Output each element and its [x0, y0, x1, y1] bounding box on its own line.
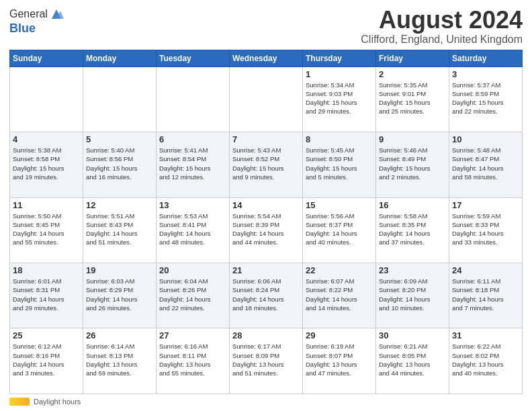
page: General Blue August 2024 Clifford, Engla… [0, 0, 532, 411]
day-number: 1 [306, 69, 373, 79]
daylight-label: Daylight hours [34, 398, 81, 406]
day-number: 20 [159, 265, 226, 275]
calendar-cell: 20Sunrise: 6:04 AM Sunset: 8:26 PM Dayli… [157, 263, 230, 328]
day-number: 21 [232, 265, 300, 275]
calendar-cell: 8Sunrise: 5:45 AM Sunset: 8:50 PM Daylig… [303, 132, 376, 197]
header: General Blue August 2024 Clifford, Engla… [9, 7, 523, 46]
week-row-4: 18Sunrise: 6:01 AM Sunset: 8:31 PM Dayli… [10, 263, 523, 328]
day-info: Sunrise: 5:37 AM Sunset: 8:59 PM Dayligh… [452, 81, 519, 116]
calendar-cell: 11Sunrise: 5:50 AM Sunset: 8:45 PM Dayli… [10, 197, 83, 263]
day-info: Sunrise: 6:06 AM Sunset: 8:24 PM Dayligh… [232, 277, 300, 312]
day-info: Sunrise: 6:16 AM Sunset: 8:11 PM Dayligh… [159, 342, 226, 377]
day-number: 5 [86, 134, 153, 144]
weekday-header-monday: Monday [83, 50, 157, 66]
day-info: Sunrise: 5:56 AM Sunset: 8:37 PM Dayligh… [306, 212, 373, 247]
day-number: 16 [379, 200, 446, 210]
day-info: Sunrise: 6:14 AM Sunset: 8:13 PM Dayligh… [86, 342, 153, 377]
calendar-cell: 26Sunrise: 6:14 AM Sunset: 8:13 PM Dayli… [83, 328, 157, 394]
day-info: Sunrise: 6:21 AM Sunset: 8:05 PM Dayligh… [379, 342, 446, 377]
calendar-cell: 14Sunrise: 5:54 AM Sunset: 8:39 PM Dayli… [230, 197, 303, 263]
calendar-cell [10, 66, 83, 132]
daylight-bar-icon [9, 398, 30, 406]
calendar-cell: 23Sunrise: 6:09 AM Sunset: 8:20 PM Dayli… [376, 263, 449, 328]
calendar-cell: 10Sunrise: 5:48 AM Sunset: 8:47 PM Dayli… [449, 132, 523, 197]
footer: Daylight hours [9, 398, 523, 406]
day-number: 9 [379, 134, 446, 144]
calendar-cell: 5Sunrise: 5:40 AM Sunset: 8:56 PM Daylig… [83, 132, 157, 197]
calendar-cell: 24Sunrise: 6:11 AM Sunset: 8:18 PM Dayli… [449, 263, 523, 328]
calendar-cell: 1Sunrise: 5:34 AM Sunset: 9:03 PM Daylig… [303, 66, 376, 132]
day-info: Sunrise: 5:46 AM Sunset: 8:49 PM Dayligh… [379, 146, 446, 181]
calendar-cell [230, 66, 303, 132]
day-info: Sunrise: 6:19 AM Sunset: 8:07 PM Dayligh… [306, 342, 373, 377]
day-info: Sunrise: 5:51 AM Sunset: 8:43 PM Dayligh… [86, 212, 153, 247]
day-info: Sunrise: 5:59 AM Sunset: 8:33 PM Dayligh… [452, 212, 519, 247]
calendar-cell: 13Sunrise: 5:53 AM Sunset: 8:41 PM Dayli… [157, 197, 230, 263]
day-number: 25 [13, 330, 80, 340]
logo: General Blue [9, 7, 64, 36]
week-row-2: 4Sunrise: 5:38 AM Sunset: 8:58 PM Daylig… [10, 132, 523, 197]
weekday-header-row: SundayMondayTuesdayWednesdayThursdayFrid… [10, 50, 523, 66]
day-info: Sunrise: 6:03 AM Sunset: 8:29 PM Dayligh… [86, 277, 153, 312]
calendar-cell: 17Sunrise: 5:59 AM Sunset: 8:33 PM Dayli… [449, 197, 523, 263]
day-number: 15 [306, 200, 373, 210]
day-info: Sunrise: 6:09 AM Sunset: 8:20 PM Dayligh… [379, 277, 446, 312]
calendar-cell: 4Sunrise: 5:38 AM Sunset: 8:58 PM Daylig… [10, 132, 83, 197]
calendar-cell: 16Sunrise: 5:58 AM Sunset: 8:35 PM Dayli… [376, 197, 449, 263]
calendar-cell: 31Sunrise: 6:22 AM Sunset: 8:02 PM Dayli… [449, 328, 523, 394]
week-row-1: 1Sunrise: 5:34 AM Sunset: 9:03 PM Daylig… [10, 66, 523, 132]
day-info: Sunrise: 6:04 AM Sunset: 8:26 PM Dayligh… [159, 277, 226, 312]
day-number: 29 [306, 330, 373, 340]
day-number: 23 [379, 265, 446, 275]
day-info: Sunrise: 5:58 AM Sunset: 8:35 PM Dayligh… [379, 212, 446, 247]
calendar-cell: 27Sunrise: 6:16 AM Sunset: 8:11 PM Dayli… [157, 328, 230, 394]
day-number: 8 [306, 134, 373, 144]
calendar-cell [157, 66, 230, 132]
calendar-cell: 7Sunrise: 5:43 AM Sunset: 8:52 PM Daylig… [230, 132, 303, 197]
logo-icon [49, 7, 64, 21]
day-number: 4 [13, 134, 80, 144]
month-title: August 2024 [361, 7, 523, 34]
day-info: Sunrise: 5:43 AM Sunset: 8:52 PM Dayligh… [232, 146, 300, 181]
logo-blue-text: Blue [9, 21, 64, 36]
calendar-cell [83, 66, 157, 132]
day-info: Sunrise: 6:22 AM Sunset: 8:02 PM Dayligh… [452, 342, 519, 377]
calendar-cell: 3Sunrise: 5:37 AM Sunset: 8:59 PM Daylig… [449, 66, 523, 132]
day-number: 26 [86, 330, 153, 340]
calendar-cell: 6Sunrise: 5:41 AM Sunset: 8:54 PM Daylig… [157, 132, 230, 197]
calendar-cell: 19Sunrise: 6:03 AM Sunset: 8:29 PM Dayli… [83, 263, 157, 328]
day-number: 17 [452, 200, 519, 210]
day-number: 22 [306, 265, 373, 275]
day-info: Sunrise: 5:48 AM Sunset: 8:47 PM Dayligh… [452, 146, 519, 181]
calendar-cell: 30Sunrise: 6:21 AM Sunset: 8:05 PM Dayli… [376, 328, 449, 394]
day-number: 18 [13, 265, 80, 275]
day-number: 13 [159, 200, 226, 210]
day-number: 27 [159, 330, 226, 340]
calendar-cell: 29Sunrise: 6:19 AM Sunset: 8:07 PM Dayli… [303, 328, 376, 394]
day-info: Sunrise: 5:41 AM Sunset: 8:54 PM Dayligh… [159, 146, 226, 181]
logo-general-text: General [9, 8, 48, 20]
day-number: 10 [452, 134, 519, 144]
week-row-5: 25Sunrise: 6:12 AM Sunset: 8:16 PM Dayli… [10, 328, 523, 394]
day-info: Sunrise: 5:40 AM Sunset: 8:56 PM Dayligh… [86, 146, 153, 181]
calendar-cell: 22Sunrise: 6:07 AM Sunset: 8:22 PM Dayli… [303, 263, 376, 328]
day-number: 31 [452, 330, 519, 340]
weekday-header-friday: Friday [376, 50, 449, 66]
day-info: Sunrise: 5:45 AM Sunset: 8:50 PM Dayligh… [306, 146, 373, 181]
weekday-header-saturday: Saturday [449, 50, 523, 66]
day-number: 19 [86, 265, 153, 275]
weekday-header-wednesday: Wednesday [230, 50, 303, 66]
day-number: 11 [13, 200, 80, 210]
day-info: Sunrise: 6:01 AM Sunset: 8:31 PM Dayligh… [13, 277, 80, 312]
day-number: 30 [379, 330, 446, 340]
weekday-header-thursday: Thursday [303, 50, 376, 66]
day-info: Sunrise: 5:34 AM Sunset: 9:03 PM Dayligh… [306, 81, 373, 116]
day-number: 2 [379, 69, 446, 79]
calendar-cell: 15Sunrise: 5:56 AM Sunset: 8:37 PM Dayli… [303, 197, 376, 263]
calendar-cell: 18Sunrise: 6:01 AM Sunset: 8:31 PM Dayli… [10, 263, 83, 328]
day-info: Sunrise: 6:07 AM Sunset: 8:22 PM Dayligh… [306, 277, 373, 312]
day-number: 7 [232, 134, 300, 144]
day-info: Sunrise: 6:11 AM Sunset: 8:18 PM Dayligh… [452, 277, 519, 312]
weekday-header-tuesday: Tuesday [157, 50, 230, 66]
title-area: August 2024 Clifford, England, United Ki… [361, 7, 523, 46]
